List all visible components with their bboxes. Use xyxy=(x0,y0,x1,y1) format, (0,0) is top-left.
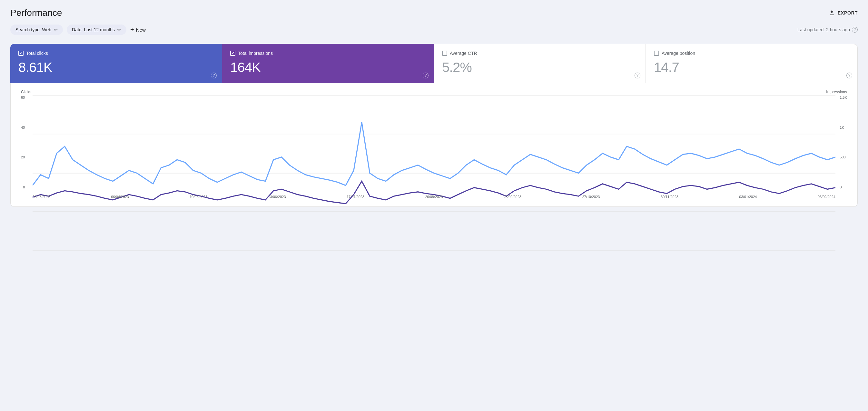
metric-total-impressions[interactable]: Total impressions 164K ? xyxy=(222,44,434,83)
line-chart-svg xyxy=(33,95,835,251)
x-tick-6: 23/09/2023 xyxy=(504,195,521,199)
edit-icon: ✏ xyxy=(54,27,58,32)
y-tick-left-0: 60 xyxy=(21,95,25,99)
ctr-checkbox[interactable] xyxy=(442,51,447,56)
search-type-filter[interactable]: Search type: Web ✏ xyxy=(10,25,63,35)
x-axis: 03/03/2023 06/04/2023 10/05/2023 13/06/2… xyxy=(33,195,835,199)
last-updated-text: Last updated: 2 hours ago xyxy=(797,27,850,32)
impressions-line xyxy=(33,181,835,204)
help-icon-clicks[interactable]: ? xyxy=(211,72,217,79)
metric-position-label: Average position xyxy=(654,51,849,56)
date-label: Date: Last 12 months xyxy=(72,27,115,32)
ctr-label-text: Average CTR xyxy=(450,51,477,56)
date-filter[interactable]: Date: Last 12 months ✏ xyxy=(67,25,126,35)
position-checkbox[interactable] xyxy=(654,51,659,56)
help-icon-updated[interactable]: ? xyxy=(852,27,858,33)
clicks-value: 8.61K xyxy=(19,60,214,75)
x-tick-1: 06/04/2023 xyxy=(111,195,129,199)
x-tick-0: 03/03/2023 xyxy=(33,195,50,199)
clicks-label-text: Total clicks xyxy=(26,51,48,56)
metric-average-ctr[interactable]: Average CTR 5.2% ? xyxy=(434,44,646,83)
chart-container: Clicks Impressions 60 40 20 0 1.5K 1K 50… xyxy=(10,83,858,207)
page-title: Performance xyxy=(10,8,62,18)
y-tick-left-2: 20 xyxy=(21,155,25,159)
x-tick-5: 20/08/2023 xyxy=(425,195,443,199)
help-icon-ctr[interactable]: ? xyxy=(634,72,640,79)
position-label-text: Average position xyxy=(662,51,695,56)
clicks-line xyxy=(33,122,835,185)
new-label: New xyxy=(136,27,146,33)
metric-average-position[interactable]: Average position 14.7 ? xyxy=(646,44,858,83)
metric-ctr-label: Average CTR xyxy=(442,51,638,56)
plus-icon: + xyxy=(130,26,134,34)
clicks-checkbox[interactable] xyxy=(19,51,24,56)
impressions-label-text: Total impressions xyxy=(238,51,273,56)
y-tick-right-0: 1.5K xyxy=(840,95,847,99)
help-icon-position[interactable]: ? xyxy=(846,72,852,79)
y-axis-right: 1.5K 1K 500 0 xyxy=(837,95,847,189)
y-tick-left-1: 40 xyxy=(21,125,25,129)
edit-icon-date: ✏ xyxy=(117,27,121,32)
impressions-help[interactable]: ? xyxy=(423,72,429,79)
metrics-and-chart: Total clicks 8.61K ? Total impressions 1… xyxy=(10,44,858,207)
metrics-row: Total clicks 8.61K ? Total impressions 1… xyxy=(10,44,858,83)
impressions-checkbox[interactable] xyxy=(230,51,236,56)
y-tick-right-1: 1K xyxy=(840,125,844,129)
x-tick-4: 17/07/2023 xyxy=(347,195,364,199)
position-help[interactable]: ? xyxy=(846,72,852,79)
x-tick-3: 13/06/2023 xyxy=(268,195,286,199)
export-button[interactable]: EXPORT xyxy=(829,10,858,16)
page-header: Performance EXPORT xyxy=(10,8,858,18)
position-value: 14.7 xyxy=(654,60,849,75)
x-tick-8: 30/11/2023 xyxy=(661,195,678,199)
x-tick-2: 10/05/2023 xyxy=(190,195,207,199)
y-tick-left-3: 0 xyxy=(23,185,25,189)
help-icon-impressions[interactable]: ? xyxy=(423,72,429,79)
last-updated: Last updated: 2 hours ago ? xyxy=(797,27,858,33)
x-tick-9: 03/01/2024 xyxy=(739,195,757,199)
y-tick-right-3: 0 xyxy=(840,185,842,189)
y-axis-left: 60 40 20 0 xyxy=(21,95,27,189)
left-axis-label: Clicks xyxy=(21,90,31,94)
ctr-help[interactable]: ? xyxy=(634,72,640,79)
filter-bar: Search type: Web ✏ Date: Last 12 months … xyxy=(10,25,858,35)
impressions-value: 164K xyxy=(230,60,426,75)
export-icon xyxy=(829,10,835,16)
chart-area: 60 40 20 0 1.5K 1K 500 0 xyxy=(21,95,847,199)
y-tick-right-2: 500 xyxy=(840,155,845,159)
export-label: EXPORT xyxy=(838,10,858,16)
metric-clicks-label: Total clicks xyxy=(19,51,214,56)
right-axis-label: Impressions xyxy=(826,90,847,94)
search-type-label: Search type: Web xyxy=(16,27,51,32)
new-button[interactable]: + New xyxy=(130,26,146,34)
x-tick-10: 06/02/2024 xyxy=(818,195,835,199)
ctr-value: 5.2% xyxy=(442,60,638,75)
metric-impressions-label: Total impressions xyxy=(230,51,426,56)
metric-total-clicks[interactable]: Total clicks 8.61K ? xyxy=(10,44,222,83)
x-tick-7: 27/10/2023 xyxy=(582,195,600,199)
clicks-help[interactable]: ? xyxy=(211,72,217,79)
